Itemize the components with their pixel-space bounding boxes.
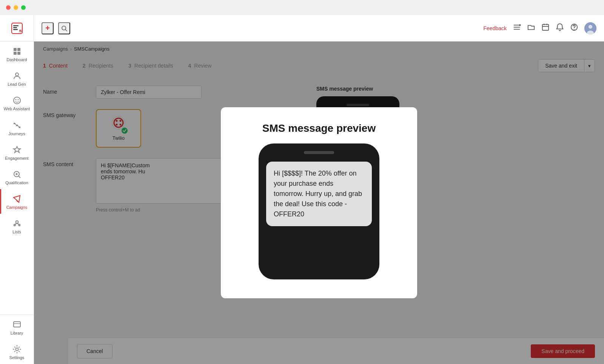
sidebar-item-lead-gen[interactable]: Lead Gen	[0, 66, 34, 91]
sidebar-item-settings[interactable]: Settings	[0, 339, 34, 364]
app-logo-icon	[11, 22, 23, 34]
qualification-icon	[12, 170, 22, 179]
feedback-link[interactable]: Feedback	[484, 25, 507, 31]
list-view-icon[interactable]	[513, 23, 521, 33]
library-icon	[12, 320, 22, 329]
sidebar-item-qualification-label: Qualification	[5, 180, 28, 185]
svg-line-32	[65, 29, 67, 31]
modal-overlay[interactable]: SMS message preview Hi [$$$$]! The 20% o…	[34, 42, 604, 364]
svg-rect-8	[17, 52, 20, 55]
engagement-icon	[12, 145, 22, 154]
window-maximize-dot[interactable]	[21, 5, 26, 10]
sidebar-item-engagement[interactable]: Engagement	[0, 140, 34, 165]
svg-point-10	[14, 97, 20, 104]
notification-bell-icon[interactable]	[556, 23, 564, 33]
svg-rect-1	[13, 25, 18, 26]
folder-icon[interactable]	[527, 23, 535, 33]
svg-rect-2	[13, 27, 17, 28]
modal-dialog: SMS message preview Hi [$$$$]! The 20% o…	[221, 107, 417, 298]
lists-icon	[12, 219, 22, 228]
sidebar-item-web-assistant[interactable]: Web Assistant	[0, 91, 34, 115]
svg-point-25	[17, 222, 17, 222]
search-button[interactable]	[58, 22, 70, 34]
sidebar-item-lead-gen-label: Lead Gen	[8, 82, 26, 87]
top-bar-right: Feedback	[484, 22, 596, 34]
svg-point-44	[589, 25, 592, 29]
search-icon	[61, 25, 68, 32]
window-close-dot[interactable]	[6, 5, 11, 10]
sidebar-item-lists[interactable]: Lists	[0, 214, 34, 238]
svg-rect-15	[19, 126, 20, 128]
sidebar-item-campaigns[interactable]: Campaigns	[0, 189, 34, 214]
sidebar-item-settings-label: Settings	[9, 355, 25, 360]
web-assistant-icon	[12, 96, 22, 105]
modal-phone-mockup: Hi [$$$$]! The 20% offer on your purchas…	[259, 143, 379, 279]
svg-rect-5	[14, 48, 17, 51]
svg-point-31	[62, 26, 66, 30]
svg-rect-7	[14, 52, 17, 55]
svg-line-16	[15, 123, 16, 125]
sidebar: Dashboard Lead Gen Web Assistant	[0, 15, 34, 364]
modal-title: SMS message preview	[262, 122, 376, 134]
window-minimize-dot[interactable]	[14, 5, 18, 10]
svg-point-42	[574, 29, 575, 30]
sidebar-logo	[0, 15, 34, 42]
modal-message-bubble: Hi [$$$$]! The 20% offer on your purchas…	[266, 162, 372, 226]
svg-point-11	[15, 99, 16, 100]
avatar[interactable]	[584, 22, 596, 34]
svg-line-17	[18, 125, 19, 127]
dashboard-icon	[12, 47, 22, 56]
help-icon[interactable]	[570, 23, 578, 33]
journeys-icon	[12, 121, 22, 130]
svg-rect-14	[16, 125, 18, 126]
svg-line-20	[18, 176, 20, 178]
top-bar-actions: +	[42, 22, 478, 34]
svg-rect-6	[17, 48, 20, 51]
sidebar-item-journeys[interactable]: Journeys	[0, 116, 34, 140]
svg-rect-3	[13, 29, 18, 30]
svg-point-9	[15, 73, 18, 76]
sidebar-item-library-label: Library	[11, 331, 23, 336]
sidebar-item-library[interactable]: Library	[0, 315, 34, 339]
lead-gen-icon	[12, 71, 22, 80]
svg-point-30	[15, 348, 18, 350]
svg-point-36	[519, 24, 521, 26]
title-bar	[0, 0, 604, 15]
sidebar-item-web-assistant-label: Web Assistant	[4, 106, 30, 111]
app-container: Dashboard Lead Gen Web Assistant	[0, 15, 604, 364]
calendar-icon[interactable]	[541, 23, 550, 33]
campaigns-icon	[12, 194, 22, 204]
settings-icon	[12, 345, 22, 354]
sidebar-item-qualification[interactable]: Qualification	[0, 165, 34, 189]
svg-rect-13	[14, 123, 15, 124]
sidebar-item-lists-label: Lists	[12, 230, 21, 234]
modal-phone-notch	[304, 151, 334, 154]
sidebar-item-dashboard[interactable]: Dashboard	[0, 42, 34, 66]
svg-point-12	[17, 99, 18, 100]
sidebar-item-journeys-label: Journeys	[8, 131, 25, 136]
sidebar-item-dashboard-label: Dashboard	[7, 57, 27, 62]
svg-rect-37	[542, 25, 549, 31]
sidebar-item-engagement-label: Engagement	[5, 156, 28, 161]
sidebar-item-campaigns-label: Campaigns	[6, 205, 28, 210]
svg-rect-28	[14, 322, 20, 327]
add-button[interactable]: +	[42, 22, 54, 34]
svg-marker-18	[14, 147, 20, 153]
